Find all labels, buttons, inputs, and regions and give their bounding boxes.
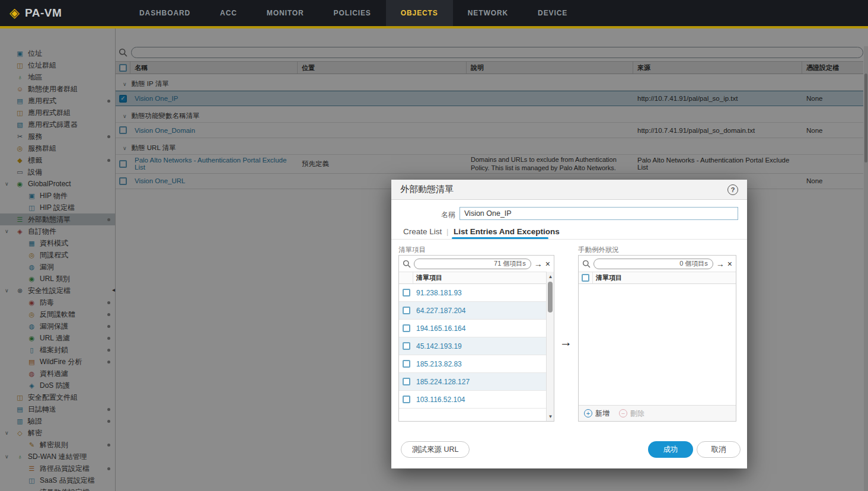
entries-search-row: 71 個項目s → × bbox=[399, 256, 554, 272]
delete-exception-button[interactable]: − 刪除 bbox=[619, 409, 644, 419]
list-entry-row[interactable]: 185.224.128.127 bbox=[399, 373, 546, 391]
entry-checkbox[interactable] bbox=[403, 324, 410, 332]
tabs-divider bbox=[391, 239, 747, 240]
list-entry-row[interactable]: 185.213.82.83 bbox=[399, 355, 546, 373]
dialog-titlebar: 外部動態清單 ? bbox=[391, 180, 747, 200]
ok-button[interactable]: 成功 bbox=[648, 441, 693, 458]
entries-scrollbar[interactable]: ▲ ▼ bbox=[546, 272, 554, 421]
exceptions-select-all-checkbox[interactable] bbox=[582, 274, 589, 282]
list-entry-row[interactable]: 194.165.16.164 bbox=[399, 320, 546, 337]
search-icon bbox=[582, 260, 591, 268]
entry-checkbox[interactable] bbox=[403, 360, 410, 368]
exceptions-body: 清單項目 bbox=[579, 272, 736, 405]
entry-checkbox[interactable] bbox=[403, 342, 410, 350]
tab-create-list[interactable]: Create List bbox=[403, 227, 442, 236]
exceptions-header-label: 清單項目 bbox=[593, 273, 622, 282]
entry-ip-value[interactable]: 103.116.52.104 bbox=[413, 396, 465, 404]
add-label: 新增 bbox=[595, 409, 609, 419]
exceptions-count: 0 個項目s bbox=[679, 259, 708, 268]
apply-filter-arrow-icon[interactable]: → bbox=[534, 260, 542, 268]
scrollbar-thumb[interactable] bbox=[548, 282, 553, 313]
list-entry-row[interactable]: 91.238.181.93 bbox=[399, 284, 546, 302]
scroll-down-icon[interactable]: ▼ bbox=[547, 414, 554, 419]
entry-checkbox-cell bbox=[399, 289, 413, 296]
external-dynamic-list-dialog: 外部動態清單 ? 名稱 Create List | List Entries A… bbox=[391, 180, 747, 468]
entries-filter-input[interactable]: 71 個項目s bbox=[414, 259, 531, 269]
brand-logo: ◈ PA-VM bbox=[0, 0, 125, 26]
palo-alto-logo-icon: ◈ bbox=[9, 7, 20, 20]
name-field-label: 名稱 bbox=[391, 210, 455, 220]
cancel-button[interactable]: 取消 bbox=[697, 441, 741, 458]
minus-circle-icon: − bbox=[619, 409, 627, 417]
entry-checkbox[interactable] bbox=[403, 307, 410, 314]
exceptions-search-row: 0 個項目s → × bbox=[579, 256, 736, 272]
dialog-title: 外部動態清單 bbox=[400, 184, 454, 195]
nav-tab-dashboard[interactable]: DASHBOARD bbox=[125, 0, 205, 26]
entry-ip-value[interactable]: 91.238.181.93 bbox=[413, 289, 462, 297]
delete-label: 刪除 bbox=[630, 409, 644, 419]
add-exception-button[interactable]: + 新增 bbox=[584, 409, 609, 419]
nav-tab-acc[interactable]: ACC bbox=[205, 0, 252, 26]
top-navbar: ◈ PA-VM DASHBOARDACCMONITORPOLICIESOBJEC… bbox=[0, 0, 868, 28]
nav-tab-monitor[interactable]: MONITOR bbox=[252, 0, 319, 26]
list-entry-row[interactable]: 103.116.52.104 bbox=[399, 391, 546, 409]
entry-checkbox[interactable] bbox=[403, 378, 410, 385]
entry-checkbox-cell bbox=[399, 378, 413, 385]
entry-checkbox-cell bbox=[399, 342, 413, 350]
entry-ip-value[interactable]: 64.227.187.204 bbox=[413, 307, 465, 315]
plus-circle-icon: + bbox=[584, 409, 592, 417]
nav-tab-device[interactable]: DEVICE bbox=[523, 0, 582, 26]
entry-ip-value[interactable]: 185.224.128.127 bbox=[413, 378, 470, 386]
nav-tabs: DASHBOARDACCMONITORPOLICIESOBJECTSNETWOR… bbox=[125, 0, 582, 26]
nav-tab-objects[interactable]: OBJECTS bbox=[386, 0, 453, 26]
scroll-up-icon[interactable]: ▲ bbox=[547, 274, 554, 279]
entries-header-spacer bbox=[399, 272, 413, 283]
entry-checkbox-cell bbox=[399, 324, 413, 332]
test-source-url-button[interactable]: 測試來源 URL bbox=[401, 441, 470, 458]
entries-body: 清單項目 91.238.181.9364.227.187.204194.165.… bbox=[399, 272, 554, 421]
entry-checkbox-cell bbox=[399, 360, 413, 368]
entry-ip-value[interactable]: 45.142.193.19 bbox=[413, 342, 462, 350]
exceptions-footer: + 新增 − 刪除 bbox=[579, 405, 736, 421]
search-icon bbox=[403, 260, 411, 268]
entry-checkbox[interactable] bbox=[403, 289, 410, 296]
apply-filter-arrow-icon[interactable]: → bbox=[716, 260, 725, 268]
entry-ip-value[interactable]: 194.165.16.164 bbox=[413, 324, 465, 333]
tab-separator: | bbox=[446, 227, 448, 236]
clear-filter-icon[interactable]: × bbox=[727, 260, 732, 268]
nav-tab-policies[interactable]: POLICIES bbox=[319, 0, 386, 26]
entries-header: 清單項目 bbox=[399, 272, 546, 284]
list-entry-row[interactable]: 64.227.187.204 bbox=[399, 302, 546, 320]
exceptions-header: 清單項目 bbox=[579, 272, 736, 284]
list-entries-panel: 71 個項目s → × 清單項目 91.238.181.9364.227.187… bbox=[398, 255, 554, 422]
entries-header-label: 清單項目 bbox=[413, 273, 442, 282]
manual-exceptions-panel: 0 個項目s → × 清單項目 + 新增 − 刪除 bbox=[578, 255, 736, 422]
list-entry-row[interactable]: 45.142.193.19 bbox=[399, 337, 546, 355]
exceptions-filter-input[interactable]: 0 個項目s bbox=[593, 259, 713, 269]
entry-checkbox-cell bbox=[399, 396, 413, 403]
tab-list-entries-and-exceptions[interactable]: List Entries And Exceptions bbox=[454, 227, 560, 236]
nav-tab-network[interactable]: NETWORK bbox=[453, 0, 523, 26]
entry-checkbox-cell bbox=[399, 307, 413, 314]
name-field[interactable] bbox=[459, 207, 738, 220]
clear-filter-icon[interactable]: × bbox=[545, 260, 550, 268]
move-to-exceptions-arrow-icon[interactable]: → bbox=[560, 335, 572, 349]
help-icon[interactable]: ? bbox=[727, 184, 738, 195]
entry-checkbox[interactable] bbox=[403, 396, 410, 403]
manual-exceptions-panel-label: 手動例外狀況 bbox=[578, 246, 619, 254]
entry-ip-value[interactable]: 185.213.82.83 bbox=[413, 360, 462, 368]
device-name: PA-VM bbox=[25, 7, 62, 20]
list-entries-panel-label: 清單項目 bbox=[398, 246, 426, 254]
entries-count: 71 個項目s bbox=[494, 259, 526, 268]
